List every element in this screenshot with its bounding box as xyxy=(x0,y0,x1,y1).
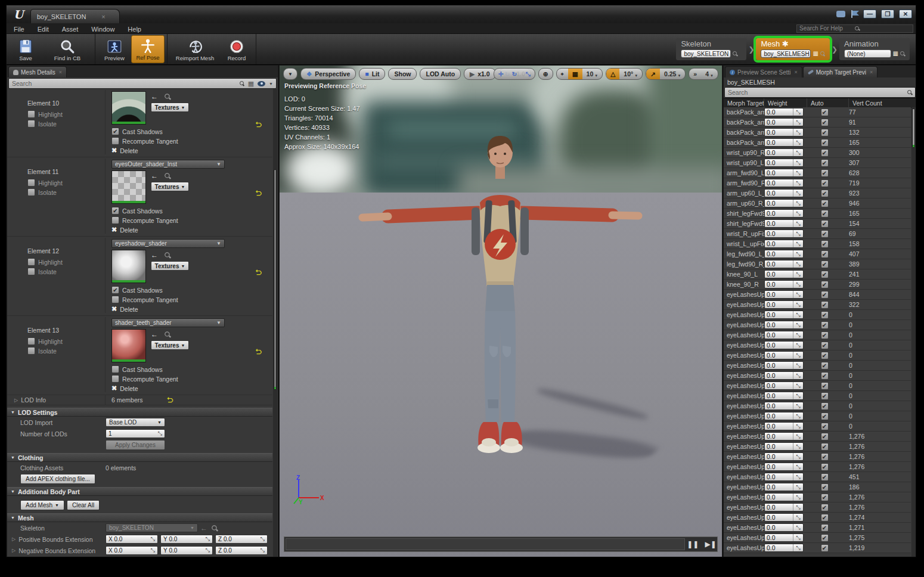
tab-preview-scene-settings[interactable]: i Preview Scene Setti× xyxy=(725,66,802,77)
weight-input[interactable]: 0.0⤡ xyxy=(764,503,804,511)
neg-bounds-y-input[interactable]: Y 0.0⤡ xyxy=(160,546,213,555)
lit-button[interactable]: ■Lit xyxy=(359,68,385,80)
pause-button[interactable]: ❚❚ xyxy=(687,540,699,548)
auto-checkbox[interactable] xyxy=(821,281,829,288)
browse-icon[interactable] xyxy=(212,525,218,531)
table-row[interactable]: eyeLashesUpper 0.0⤡ 1,276 xyxy=(724,442,911,452)
auto-checkbox[interactable] xyxy=(821,342,829,349)
reset-to-default-icon[interactable]: ⮌ xyxy=(255,269,262,276)
restore-button[interactable]: ❐ xyxy=(881,10,894,18)
highlight-checkbox[interactable] xyxy=(27,258,35,266)
material-thumbnail[interactable] xyxy=(111,91,146,125)
table-row[interactable]: eyeLashesUpper 0.0⤡ 1,274 xyxy=(724,513,911,523)
cast-shadows-checkbox[interactable] xyxy=(111,128,119,135)
table-row[interactable]: eyeLashesUpper 0.0⤡ 186 xyxy=(724,482,911,492)
weight-input[interactable]: 0.0⤡ xyxy=(764,229,804,238)
auto-checkbox[interactable] xyxy=(821,179,829,187)
weight-input[interactable]: 0.0⤡ xyxy=(764,189,804,197)
scale-snap-icon[interactable]: ↗ xyxy=(646,69,660,79)
browse-skeleton-icon[interactable] xyxy=(733,51,737,56)
weight-input[interactable]: 0.0⤡ xyxy=(764,108,804,116)
auto-checkbox[interactable] xyxy=(821,352,829,359)
scale-snap-value[interactable]: 0.25▼ xyxy=(660,69,685,79)
section-additional-body-part[interactable]: ▼Additional Body Part xyxy=(7,487,272,496)
weight-input[interactable]: 0.0⤡ xyxy=(764,483,804,491)
weight-input[interactable]: 0.0⤡ xyxy=(764,493,804,501)
reset-to-default-icon[interactable]: ⮌ xyxy=(255,348,262,355)
table-row[interactable]: arm_fwd90_R_cb 0.0⤡ 719 xyxy=(724,178,911,188)
rotate-tool-icon[interactable]: ↻ xyxy=(508,69,522,79)
auto-checkbox[interactable] xyxy=(821,412,829,420)
auto-checkbox[interactable] xyxy=(821,190,829,197)
morph-search-input[interactable]: Search xyxy=(724,87,916,98)
auto-checkbox[interactable] xyxy=(821,271,829,278)
weight-input[interactable]: 0.0⤡ xyxy=(764,260,804,268)
weight-input[interactable]: 0.0⤡ xyxy=(764,240,804,248)
table-row[interactable]: backPack_armUp 0.0⤡ 91 xyxy=(724,117,911,128)
auto-checkbox[interactable] xyxy=(821,534,829,542)
auto-checkbox[interactable] xyxy=(821,220,829,228)
auto-checkbox[interactable] xyxy=(821,321,829,329)
use-selected-icon[interactable]: ← xyxy=(200,524,207,532)
weight-input[interactable]: 0.0⤡ xyxy=(764,513,804,522)
textures-button[interactable]: Textures▼ xyxy=(151,182,189,191)
details-scrollbar[interactable] xyxy=(273,89,277,557)
table-row[interactable]: eyeLashesUpper 0.0⤡ 451 xyxy=(724,472,911,482)
rotation-snap-value[interactable]: 10°▼ xyxy=(619,69,642,79)
material-thumbnail[interactable] xyxy=(111,329,146,362)
table-row[interactable]: eyeLashesUpper 0.0⤡ 0 xyxy=(724,320,911,330)
scale-tool-icon[interactable]: ⤡ xyxy=(521,69,534,79)
step-forward-button[interactable]: ▶❚ xyxy=(705,540,716,548)
table-row[interactable]: wrist_up90_R 0.0⤡ 300 xyxy=(724,148,911,158)
weight-input[interactable]: 0.0⤡ xyxy=(764,280,804,288)
browse-mesh-icon[interactable] xyxy=(820,51,825,56)
auto-checkbox[interactable] xyxy=(821,250,829,258)
table-row[interactable]: eyeLashesUpper 0.0⤡ 0 xyxy=(724,371,911,381)
reset-to-default-icon[interactable]: ⮌ xyxy=(255,190,262,197)
browse-material-icon[interactable] xyxy=(165,331,170,337)
auto-checkbox[interactable] xyxy=(821,514,829,522)
tab-close-icon[interactable]: × xyxy=(795,69,798,75)
auto-checkbox[interactable] xyxy=(821,149,829,157)
table-row[interactable]: eyeLashesUpper 0.0⤡ 1,276 xyxy=(724,502,911,513)
weight-input[interactable]: 0.0⤡ xyxy=(764,341,804,349)
weight-input[interactable]: 0.0⤡ xyxy=(764,381,804,390)
close-button[interactable]: ✕ xyxy=(899,10,912,18)
highlight-checkbox[interactable] xyxy=(27,179,35,187)
asset-tab[interactable]: boy_SKELETON × xyxy=(30,9,120,23)
tab-close-icon[interactable]: × xyxy=(59,69,62,75)
apply-changes-button[interactable]: Apply Changes xyxy=(106,440,165,450)
auto-checkbox[interactable] xyxy=(821,139,829,147)
weight-input[interactable]: 0.0⤡ xyxy=(764,118,804,126)
auto-checkbox[interactable] xyxy=(821,392,829,400)
auto-checkbox[interactable] xyxy=(821,311,829,319)
expander-icon[interactable]: ▷ xyxy=(12,536,15,542)
browse-animation-icon[interactable] xyxy=(900,51,905,56)
auto-checkbox[interactable] xyxy=(821,169,829,177)
auto-checkbox[interactable] xyxy=(821,331,829,339)
add-apex-clothing-button[interactable]: Add APEX clothing file... xyxy=(20,474,95,484)
table-row[interactable]: eyeLashesUpper 0.0⤡ 1,271 xyxy=(724,523,911,533)
help-search-input[interactable]: Search For Help xyxy=(796,24,913,33)
table-row[interactable]: eyeLashesUpper 0.0⤡ 1,276 xyxy=(724,492,911,502)
use-selected-icon[interactable]: ← xyxy=(151,251,158,259)
auto-checkbox[interactable] xyxy=(821,504,829,511)
section-mesh[interactable]: ▼Mesh xyxy=(7,513,272,522)
find-in-cb-button[interactable]: Find in CB xyxy=(42,35,92,63)
section-clothing[interactable]: ▼Clothing xyxy=(7,453,272,462)
feedback-bubble-icon[interactable] xyxy=(836,11,845,17)
table-row[interactable]: eyeLashesUpper 0.0⤡ 1,219 xyxy=(724,543,911,553)
camera-speed-value[interactable]: 4▼ xyxy=(701,69,718,79)
table-row[interactable]: shirt_legFwd90 0.0⤡ 154 xyxy=(724,219,911,229)
table-row[interactable]: eyeLashesUpper 0.0⤡ 1,276 xyxy=(724,432,911,442)
translate-tool-icon[interactable]: ✛ xyxy=(494,69,508,79)
table-row[interactable]: eyeLashesUpper 0.0⤡ 1,275 xyxy=(724,533,911,543)
grid-view-icon[interactable]: ▦ xyxy=(248,80,254,87)
auto-checkbox[interactable] xyxy=(821,159,829,167)
table-row[interactable]: wrist_L_upFix 0.0⤡ 158 xyxy=(724,239,911,249)
morph-scrollbar[interactable] xyxy=(911,107,916,557)
table-row[interactable]: knee_90_R 0.0⤡ 299 xyxy=(724,280,911,290)
table-row[interactable]: eyeLashesUpper 0.0⤡ 0 xyxy=(724,401,911,411)
recompute-tangent-checkbox[interactable] xyxy=(111,375,119,383)
show-button[interactable]: Show xyxy=(388,68,417,80)
